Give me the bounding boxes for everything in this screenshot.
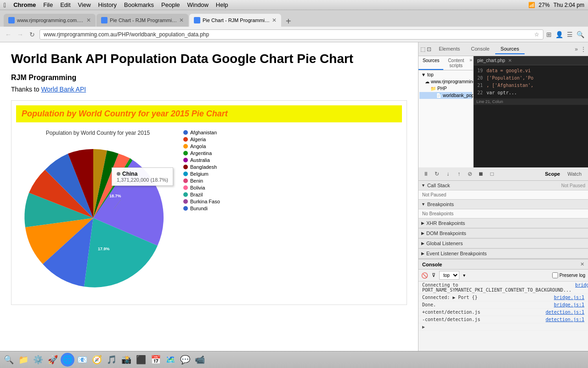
pause-on-exceptions[interactable]: ⏹ (476, 169, 486, 178)
taskbar-maps[interactable]: 🗺️ (164, 353, 177, 367)
devtools-more-tabs[interactable]: » (575, 46, 578, 52)
console-section: Console ✕ 🚫 ⊽ top ▾ Preserve log Connect… (418, 259, 588, 351)
global-listeners-header[interactable]: ▶ Global Listeners (418, 239, 588, 248)
menu-edit[interactable]: Edit (60, 1, 70, 8)
line-info: Line 21, Colun (474, 98, 588, 105)
taskbar-system-prefs[interactable]: ⚙️ (31, 353, 45, 367)
taskbar-chrome[interactable]: 🌐 (61, 353, 74, 367)
taskbar-calendar[interactable]: 📅 (149, 353, 163, 367)
entry-source-0[interactable]: bridge.js:1 (575, 282, 588, 293)
forward-button[interactable]: → (16, 30, 25, 39)
sources-more[interactable]: » (469, 56, 473, 70)
console-expand-row[interactable]: ▶ (418, 323, 588, 331)
preserve-log-checkbox[interactable] (552, 272, 558, 278)
watch-tab[interactable]: Watch (564, 170, 585, 178)
worldbank-api-link[interactable]: World Bank API (41, 86, 86, 93)
line-code-19: data = google.vi (486, 67, 531, 75)
filter-icon[interactable]: ⊽ (432, 272, 435, 278)
menu-window[interactable]: Window (187, 1, 209, 8)
xhr-breakpoints-header[interactable]: ▶ XHR Breakpoints (418, 218, 588, 228)
menu-help[interactable]: Help (216, 1, 228, 8)
devtools-panel: ⬚ ⊡ Elements Console Sources » ⋮ Sources… (418, 42, 588, 351)
taskbar-finder[interactable]: 🔍 (2, 353, 16, 367)
entry-source-3[interactable]: detection.js:1 (546, 310, 584, 315)
scope-tab[interactable]: Scope (541, 170, 564, 178)
line-num-19: 19 (474, 67, 486, 75)
event-listener-header[interactable]: ▶ Event Listener Breakpoints (418, 249, 588, 259)
legend-item: Argentina (183, 150, 220, 156)
entry-source-1[interactable]: bridge.js:1 (554, 295, 584, 300)
code-line-22: 22 var optr... (474, 89, 588, 97)
taskbar-itunes[interactable]: 🎵 (105, 353, 119, 367)
console-close-button[interactable]: ✕ (580, 261, 584, 267)
taskbar-messages[interactable]: 💬 (178, 353, 192, 367)
content-scripts-tab[interactable]: Content scripts (443, 56, 468, 70)
taskbar-facetime[interactable]: 📹 (193, 353, 207, 367)
deactivate-breakpoints[interactable]: ⊘ (465, 169, 475, 178)
devtools-settings[interactable]: ⋮ (581, 46, 586, 52)
tab-3[interactable]: Pie Chart - RJM Programmin... ✕ (189, 14, 281, 27)
address-bar: ← → ↻ www.rjmprogramming.com.au/PHP/worl… (0, 27, 588, 42)
tab-1[interactable]: www.rjmprogramming.com.au... ✕ (4, 14, 96, 27)
tab-sources[interactable]: Sources (495, 44, 525, 54)
taskbar-terminal[interactable]: ⬛ (134, 353, 148, 367)
file-tree-top[interactable]: ▼ top (419, 71, 472, 78)
taskbar-photos[interactable]: 📸 (119, 353, 133, 367)
pause-button[interactable]: ⏸ (421, 169, 430, 178)
tab-close-1[interactable]: ✕ (86, 17, 91, 23)
url-bar[interactable]: www.rjmprogramming.com.au/PHP/worldbank_… (40, 29, 543, 40)
new-tab-button[interactable]: + (282, 16, 295, 27)
user-icon[interactable]: 👤 (555, 31, 563, 38)
step-into-button[interactable]: ↓ (443, 169, 452, 178)
pie-label-179: 17.9% (98, 247, 110, 251)
tab-close-2[interactable]: ✕ (179, 17, 184, 23)
call-stack-header[interactable]: ▼ Call Stack Not Paused (418, 181, 588, 190)
tab-console[interactable]: Console (465, 44, 495, 54)
step-over-button[interactable]: ↻ (432, 169, 441, 178)
tab-elements[interactable]: Elements (433, 44, 465, 54)
tooltip-value: 1,371,220,000 (18.7%) (117, 177, 168, 183)
taskbar-folder[interactable]: 📁 (17, 353, 30, 367)
menu-wifi-icon: 📶 (528, 2, 535, 8)
menu-people[interactable]: People (161, 1, 180, 8)
menu-right-icons: 📶 27% Thu 2:04 pm (528, 2, 584, 8)
code-line-20: 20 ['Population','Po (474, 75, 588, 82)
tab-2[interactable]: Pie Chart - RJM Programmin... ✕ (96, 14, 188, 27)
menu-view[interactable]: View (78, 1, 91, 8)
tab-favicon-3 (194, 17, 200, 23)
legend-dot (183, 206, 188, 211)
tab-close-3[interactable]: ✕ (272, 17, 277, 23)
legend-label: Bangladesh (190, 164, 217, 170)
sources-tab[interactable]: Sources (418, 56, 443, 70)
refresh-button[interactable]: ↻ (28, 30, 37, 39)
dom-breakpoints-header[interactable]: ▶ DOM Breakpoints (418, 229, 588, 238)
entry-source-4[interactable]: detection.js:1 (546, 317, 584, 322)
menu-chrome[interactable]: Chrome (13, 1, 36, 8)
taskbar-safari[interactable]: 🧭 (90, 353, 104, 367)
legend-dot (183, 158, 188, 162)
search-icon[interactable]: 🔍 (577, 31, 584, 38)
file-tree-file[interactable]: 📄 worldbank_population_data... (419, 92, 472, 99)
extensions-icon[interactable]: ⊞ (546, 31, 552, 38)
file-tree-domain[interactable]: ☁ www.rjmprogramming.com.au (419, 78, 472, 85)
console-context-select[interactable]: top (439, 271, 459, 280)
chart-container: Population by World Country for year 201… (20, 130, 176, 296)
async-mode[interactable]: □ (487, 169, 497, 178)
code-close-btn[interactable]: ✕ (508, 58, 512, 63)
menu-history[interactable]: History (98, 1, 117, 8)
bookmark-icon[interactable]: ☆ (534, 31, 539, 38)
taskbar-mail[interactable]: 📧 (75, 353, 89, 367)
breakpoints-header[interactable]: ▼ Breakpoints (418, 200, 588, 209)
file-tree-folder[interactable]: 📁 PHP (419, 85, 472, 92)
clear-console-icon[interactable]: 🚫 (421, 272, 428, 279)
step-out-button[interactable]: ↑ (454, 169, 464, 178)
menu-icon[interactable]: ☰ (567, 31, 573, 38)
sources-inner: Sources Content scripts » ▼ top ☁ www.rj… (418, 56, 588, 167)
apple-menu[interactable]:  (4, 1, 6, 9)
taskbar-launchpad[interactable]: 🚀 (46, 353, 60, 367)
menu-bookmarks[interactable]: Bookmarks (124, 1, 154, 8)
entry-text-4: -content/detection.js (422, 317, 542, 322)
entry-source-2[interactable]: bridge.js:1 (554, 302, 584, 307)
menu-file[interactable]: File (43, 1, 53, 8)
back-button[interactable]: ← (4, 30, 13, 39)
